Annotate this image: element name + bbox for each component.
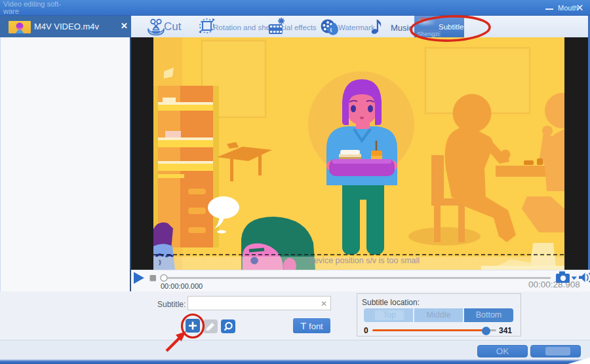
svg-text:Device position s/v is too sma: Device position s/v is too small (308, 256, 420, 265)
